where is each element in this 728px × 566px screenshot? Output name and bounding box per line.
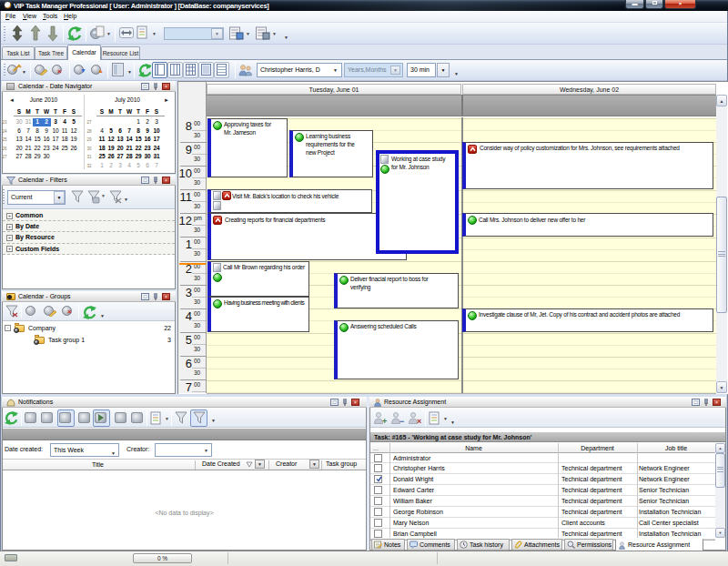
svg-text:+: + [382, 417, 387, 425]
svg-text:−: − [399, 417, 404, 425]
svg-text:×: × [417, 417, 421, 425]
